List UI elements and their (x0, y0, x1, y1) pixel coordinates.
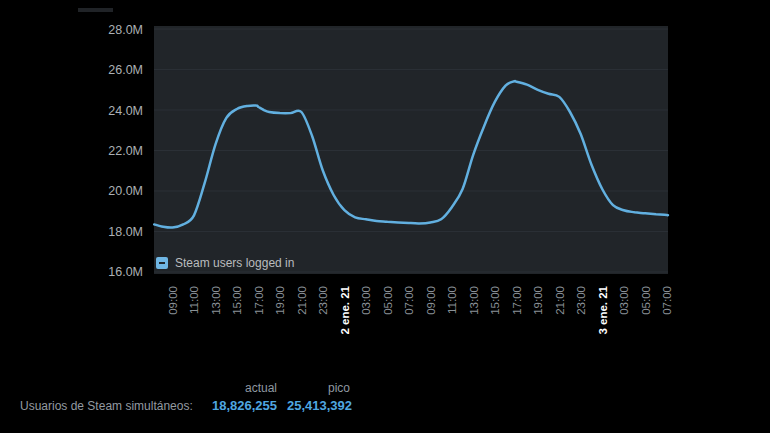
y-axis-label: 22.0M (108, 144, 143, 158)
x-axis-label: 11:00 (446, 286, 458, 314)
x-axis-label: 05:00 (640, 286, 652, 315)
x-axis-label: 15:00 (489, 286, 501, 315)
legend-label: Steam users logged in (175, 256, 294, 270)
y-axis-label: 28.0M (108, 23, 143, 37)
x-axis-label: 15:00 (231, 286, 243, 315)
x-axis-label: 13:00 (468, 286, 480, 315)
x-axis-label: 09:00 (425, 286, 437, 315)
x-axis-label: 17:00 (253, 286, 265, 315)
x-axis-label: 23:00 (575, 286, 587, 315)
stats-label: Usuarios de Steam simultáneos: (20, 399, 183, 413)
x-axis-label: 07:00 (661, 286, 673, 315)
y-axis-label: 24.0M (108, 104, 143, 118)
legend-steam-users-logged-in[interactable]: Steam users logged in (156, 255, 294, 271)
concurrent-stats: actual pico Usuarios de Steam simultáneo… (20, 381, 350, 413)
stats-value-pico: 25,413,392 (287, 398, 350, 413)
steam-stats-page: 28.0M26.0M24.0M22.0M20.0M18.0M16.0M09:00… (0, 0, 770, 433)
chart-canvas[interactable]: 28.0M26.0M24.0M22.0M20.0M18.0M16.0M09:00… (0, 0, 770, 370)
legend-line-dash-icon (159, 262, 165, 264)
x-axis-label: 21:00 (554, 286, 566, 315)
x-axis-label: 17:00 (511, 286, 523, 315)
y-axis-label: 18.0M (108, 225, 143, 239)
x-axis-label: 19:00 (274, 286, 286, 315)
x-axis-label: 03:00 (360, 286, 372, 315)
x-axis-label: 3 ene. 21 (597, 285, 609, 334)
plot-area[interactable] (154, 26, 668, 274)
x-axis-label: 2 ene. 21 (339, 285, 351, 334)
x-axis-label: 03:00 (618, 286, 630, 315)
x-axis-label: 11:00 (188, 286, 200, 314)
stats-header-pico: pico (287, 381, 350, 395)
legend-line-marker-icon (156, 257, 168, 269)
y-axis-label: 16.0M (108, 265, 143, 279)
x-axis-label: 07:00 (403, 286, 415, 315)
y-axis-label: 20.0M (108, 184, 143, 198)
x-axis-label: 23:00 (317, 286, 329, 315)
x-axis-label: 09:00 (167, 286, 179, 315)
stats-value-row: Usuarios de Steam simultáneos: 18,826,25… (20, 398, 350, 413)
stats-value-actual: 18,826,255 (193, 398, 277, 413)
y-axis-label: 26.0M (108, 63, 143, 77)
stats-header-actual: actual (193, 381, 277, 395)
stats-header-row: actual pico (20, 381, 350, 395)
concurrent-users-chart[interactable]: 28.0M26.0M24.0M22.0M20.0M18.0M16.0M09:00… (0, 0, 770, 370)
x-axis-label: 13:00 (210, 286, 222, 315)
x-axis-label: 21:00 (296, 286, 308, 315)
x-axis-label: 05:00 (382, 286, 394, 315)
x-axis-label: 19:00 (532, 286, 544, 315)
